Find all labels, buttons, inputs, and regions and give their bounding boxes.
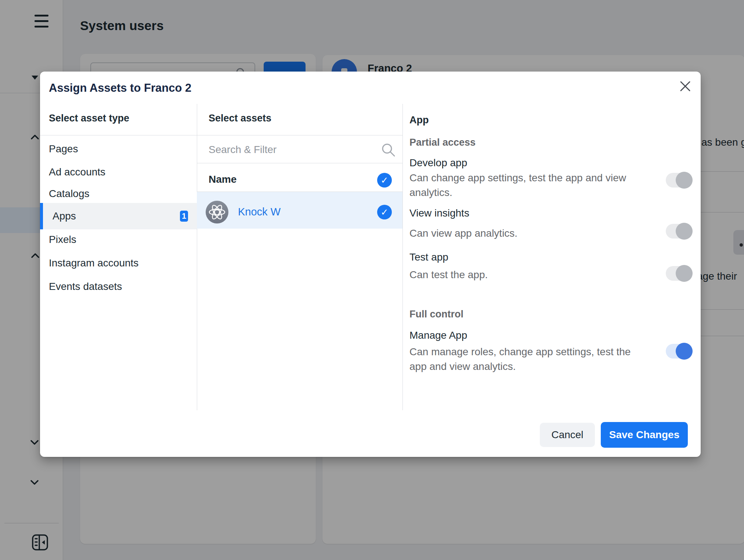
selected-indicator-bar bbox=[40, 203, 43, 229]
select-all-checkbox[interactable] bbox=[377, 173, 392, 188]
asset-search-input[interactable]: Search & Filter bbox=[209, 144, 277, 156]
asset-type-item-apps[interactable]: Apps 1 bbox=[40, 203, 197, 229]
perm-manage-app-description: Can manage roles, change app settings, t… bbox=[409, 345, 650, 374]
asset-checkbox-checked[interactable] bbox=[377, 205, 392, 219]
asset-type-item-pixels[interactable]: Pixels bbox=[40, 228, 197, 251]
toggle-knob bbox=[676, 172, 693, 189]
toggle-view-insights[interactable] bbox=[666, 224, 692, 239]
toggle-manage-app[interactable] bbox=[666, 344, 692, 359]
asset-type-item-pages[interactable]: Pages bbox=[40, 137, 197, 161]
permissions-header: App bbox=[409, 114, 429, 126]
perm-view-insights-description: Can view app analytics. bbox=[409, 226, 650, 241]
perm-develop-app-label: Develop app bbox=[409, 157, 467, 169]
perm-view-insights-label: View insights bbox=[409, 207, 469, 219]
search-divider bbox=[197, 163, 402, 163]
asset-type-header: Select asset type bbox=[49, 113, 129, 124]
toggle-knob bbox=[676, 265, 693, 282]
save-changes-button[interactable]: Save Changes bbox=[601, 422, 688, 448]
perm-test-app-label: Test app bbox=[409, 251, 448, 263]
atom-app-icon bbox=[206, 201, 228, 223]
toggle-knob bbox=[676, 343, 693, 360]
perm-test-app-description: Can test the app. bbox=[409, 268, 650, 282]
toggle-test-app[interactable] bbox=[666, 266, 692, 281]
asset-type-item-instagram-accounts[interactable]: Instagram accounts bbox=[40, 251, 197, 275]
assets-header: Select assets bbox=[209, 113, 271, 124]
count-badge: 1 bbox=[180, 211, 188, 222]
section-full-control: Full control bbox=[409, 309, 463, 320]
toggle-knob bbox=[676, 223, 693, 240]
perm-develop-app-description: Can change app settings, test the app an… bbox=[409, 171, 650, 200]
section-partial-access: Partial access bbox=[409, 137, 476, 148]
header-divider bbox=[40, 135, 402, 135]
name-column-header: Name bbox=[209, 174, 236, 185]
search-icon bbox=[381, 143, 396, 157]
asset-type-item-catalogs[interactable]: Catalogs bbox=[40, 182, 197, 206]
perm-manage-app-label: Manage App bbox=[409, 330, 467, 341]
assign-assets-dialog: Assign Assets to Franco 2 Select asset t… bbox=[40, 72, 701, 457]
close-icon[interactable] bbox=[679, 80, 692, 93]
cancel-button[interactable]: Cancel bbox=[540, 423, 595, 447]
column-divider bbox=[402, 104, 403, 410]
dialog-title: Assign Assets to Franco 2 bbox=[49, 81, 191, 95]
screen: System users Franco 2 as been gr age the… bbox=[0, 0, 744, 560]
column-divider bbox=[197, 104, 197, 410]
asset-type-item-ad-accounts[interactable]: Ad accounts bbox=[40, 160, 197, 184]
asset-type-label: Apps bbox=[53, 210, 76, 222]
asset-name: Knock W bbox=[238, 206, 281, 218]
toggle-develop-app[interactable] bbox=[666, 173, 692, 188]
asset-type-item-events-datasets[interactable]: Events datasets bbox=[40, 275, 197, 298]
